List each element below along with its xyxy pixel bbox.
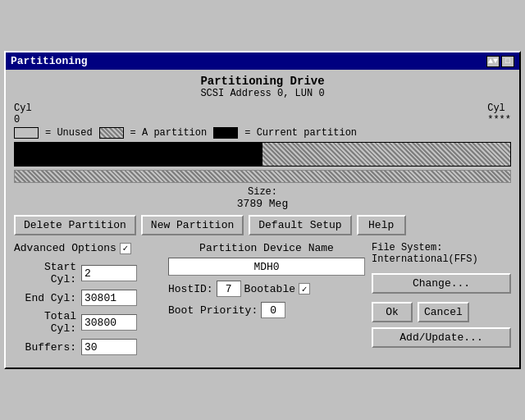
- legend-partition-box: [99, 127, 124, 139]
- change-button[interactable]: Change...: [372, 273, 511, 294]
- legend-current-label: = Current partition: [244, 127, 357, 139]
- cyl-right-label: Cyl ****: [487, 103, 511, 126]
- end-cyl-label: End Cyl:: [14, 292, 81, 304]
- right-buttons: Change... Ok Cancel Add/Update...: [372, 273, 511, 348]
- size-value: 3789 Meg: [14, 198, 511, 210]
- legend-partition-label: = A partition: [130, 127, 208, 139]
- header-subtitle: SCSI Address 0, LUN 0: [14, 88, 511, 99]
- delete-partition-button[interactable]: Delete Partition: [14, 215, 136, 235]
- buffers-label: Buffers:: [14, 341, 81, 354]
- bootable-checkbox[interactable]: ✓: [299, 283, 310, 294]
- main-content: Advanced Options ✓ Start Cyl: End Cyl: T…: [14, 242, 511, 359]
- cyl-top-row: Cyl 0 Cyl ****: [14, 103, 511, 126]
- size-section: Size: 3789 Meg: [14, 186, 511, 210]
- buffers-input[interactable]: [81, 339, 137, 355]
- size-label: Size:: [14, 186, 511, 198]
- cyl-left-label: Cyl 0: [14, 103, 32, 126]
- hostid-input[interactable]: [217, 281, 241, 297]
- maximize-button[interactable]: □: [501, 56, 514, 67]
- bootable-label: Bootable: [244, 283, 295, 295]
- total-cyl-label: Total Cyl:: [14, 310, 81, 335]
- header-section: Partitioning Drive SCSI Address 0, LUN 0: [14, 75, 511, 99]
- hatched-row: [14, 170, 511, 183]
- legend-current-box: [213, 127, 238, 139]
- buffers-row: Buffers:: [14, 339, 162, 355]
- start-cyl-row: Start Cyl:: [14, 261, 162, 285]
- end-cyl-row: End Cyl:: [14, 290, 162, 306]
- partition-device-label: Partition Device Name: [168, 242, 365, 254]
- drive-bar-partition: [262, 143, 510, 166]
- boot-priority-row: Boot Priority:: [168, 302, 365, 318]
- ok-button[interactable]: Ok: [372, 302, 413, 322]
- start-cyl-label: Start Cyl:: [14, 261, 81, 285]
- advanced-options-row: Advanced Options ✓: [14, 242, 162, 254]
- boot-priority-label: Boot Priority:: [168, 304, 258, 317]
- boot-priority-input[interactable]: [261, 302, 285, 318]
- default-setup-button[interactable]: Default Setup: [249, 215, 351, 235]
- hostid-row: HostID: Bootable ✓: [168, 281, 365, 297]
- drive-bar-current: [15, 143, 262, 166]
- header-title: Partitioning Drive: [14, 75, 511, 88]
- window-body: Partitioning Drive SCSI Address 0, LUN 0…: [6, 70, 519, 368]
- main-window: Partitioning ▲▼ □ Partitioning Drive SCS…: [4, 51, 521, 369]
- help-button[interactable]: Help: [357, 215, 406, 235]
- restore-button[interactable]: ▲▼: [486, 56, 500, 67]
- legend-unused-box: [14, 127, 39, 139]
- title-bar: Partitioning ▲▼ □: [6, 52, 519, 70]
- advanced-options-checkbox[interactable]: ✓: [120, 243, 131, 254]
- filesystem-label: File System: International(FFS): [372, 242, 511, 265]
- drive-bar-container: [14, 142, 511, 167]
- hostid-label: HostID:: [168, 283, 213, 295]
- drive-bar: [14, 142, 511, 167]
- cancel-button[interactable]: Cancel: [418, 302, 469, 322]
- add-update-button[interactable]: Add/Update...: [372, 327, 511, 348]
- new-partition-button[interactable]: New Partition: [141, 215, 244, 235]
- button-row: Delete Partition New Partition Default S…: [14, 215, 511, 235]
- window-title: Partitioning: [11, 55, 88, 67]
- legend-unused-label: = Unused: [45, 127, 93, 139]
- total-cyl-row: Total Cyl:: [14, 310, 162, 335]
- middle-panel: Partition Device Name HostID: Bootable ✓…: [168, 242, 365, 359]
- total-cyl-input[interactable]: [81, 314, 137, 331]
- title-bar-controls: ▲▼ □: [486, 56, 514, 67]
- end-cyl-input[interactable]: [81, 290, 137, 306]
- start-cyl-input[interactable]: [81, 265, 137, 281]
- legend-row: = Unused = A partition = Current partiti…: [14, 127, 511, 139]
- right-panel: File System: International(FFS) Change..…: [372, 242, 511, 359]
- device-name-input[interactable]: [168, 258, 365, 276]
- advanced-options-label: Advanced Options: [14, 242, 116, 254]
- left-panel: Advanced Options ✓ Start Cyl: End Cyl: T…: [14, 242, 162, 359]
